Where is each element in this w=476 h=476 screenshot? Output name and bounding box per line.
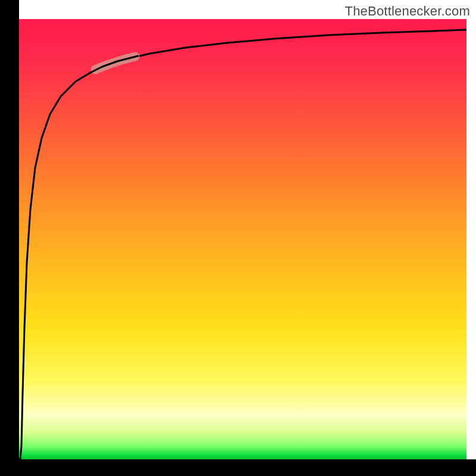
watermark-text: TheBottlenecker.com [345,4,470,19]
bottleneck-curve [19,30,466,459]
y-axis [0,0,19,476]
plot-area [19,19,466,459]
bottleneck-chart: TheBottlenecker.com [0,0,476,476]
curve-svg [19,19,466,459]
x-axis [0,459,476,476]
